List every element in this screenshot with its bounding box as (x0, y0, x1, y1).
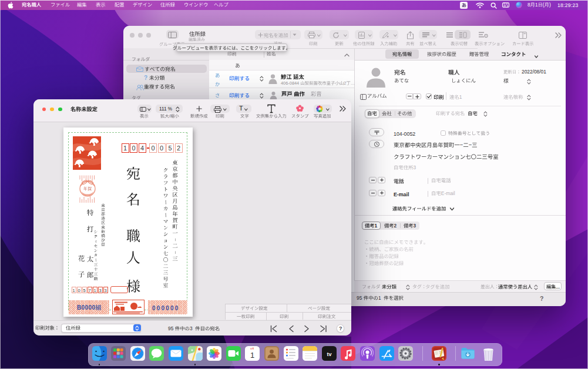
svg-text:): ) (549, 2, 551, 8)
svg-text:104-0052: 104-0052 (394, 130, 415, 136)
svg-text:?: ? (339, 326, 342, 331)
svg-text:T: T (239, 105, 243, 112)
svg-text:1: 1 (375, 223, 378, 229)
svg-text:8: 8 (527, 2, 530, 8)
svg-text:95: 95 (168, 326, 174, 331)
svg-text:1: 1 (250, 351, 254, 360)
svg-text:406-0844: 406-0844 (281, 80, 299, 86)
svg-text:−: − (460, 142, 463, 148)
svg-text:3: 3 (413, 223, 416, 229)
svg-text:−: − (469, 142, 472, 148)
svg-text:111 %: 111 % (159, 106, 172, 112)
svg-text:?: ? (540, 295, 543, 302)
svg-text:B0000: B0000 (77, 304, 96, 311)
svg-text:2022/08/01: 2022/08/01 (522, 69, 546, 75)
svg-text:…: … (350, 80, 354, 86)
svg-text:2: 2 (344, 80, 346, 86)
svg-text:E-mail: E-mail (394, 191, 409, 197)
svg-text:3: 3 (190, 326, 193, 331)
svg-text:2: 2 (394, 223, 397, 229)
svg-text:1: 1 (459, 94, 462, 100)
svg-text:18:29:23: 18:29:23 (557, 2, 578, 8)
svg-text:3: 3 (414, 165, 416, 170)
svg-text:95: 95 (357, 295, 362, 301)
svg-text:(: ( (543, 2, 545, 8)
svg-text:tv: tv (327, 351, 331, 357)
svg-text:1: 1 (378, 295, 381, 301)
svg-text:?: ? (144, 75, 147, 81)
svg-text:1: 1 (535, 2, 538, 8)
svg-text:E-mail: E-mail (441, 190, 455, 196)
svg-text:...: ... (556, 284, 560, 289)
